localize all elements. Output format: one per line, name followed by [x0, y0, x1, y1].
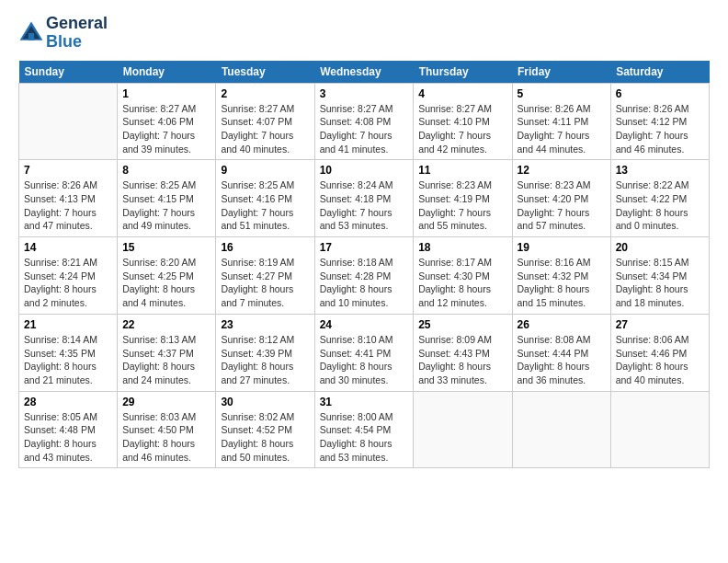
calendar-cell: 2Sunrise: 8:27 AMSunset: 4:07 PMDaylight… [216, 83, 314, 160]
day-number: 12 [518, 164, 606, 177]
weekday-header-thursday: Thursday [414, 61, 512, 84]
calendar-cell: 13Sunrise: 8:22 AMSunset: 4:22 PMDayligh… [610, 160, 709, 237]
day-number: 27 [616, 318, 704, 331]
calendar-cell [19, 83, 118, 160]
day-number: 29 [122, 396, 210, 408]
day-detail: Sunrise: 8:26 AMSunset: 4:13 PMDaylight:… [24, 178, 112, 233]
calendar-cell: 24Sunrise: 8:10 AMSunset: 4:41 PMDayligh… [314, 314, 414, 391]
header: General Blue [18, 15, 710, 52]
day-detail: Sunrise: 8:12 AMSunset: 4:39 PMDaylight:… [221, 333, 309, 387]
calendar-cell: 11Sunrise: 8:23 AMSunset: 4:19 PMDayligh… [414, 160, 512, 237]
calendar-cell: 26Sunrise: 8:08 AMSunset: 4:44 PMDayligh… [512, 314, 610, 391]
day-detail: Sunrise: 8:26 AMSunset: 4:12 PMDaylight:… [616, 102, 704, 156]
calendar-cell [512, 391, 610, 468]
calendar-cell: 29Sunrise: 8:03 AMSunset: 4:50 PMDayligh… [118, 391, 216, 468]
logo-general: General Blue [46, 15, 108, 52]
calendar-cell [610, 391, 709, 468]
calendar-cell: 16Sunrise: 8:19 AMSunset: 4:27 PMDayligh… [216, 237, 314, 315]
calendar-cell: 31Sunrise: 8:00 AMSunset: 4:54 PMDayligh… [314, 391, 414, 468]
calendar-cell: 22Sunrise: 8:13 AMSunset: 4:37 PMDayligh… [118, 314, 216, 391]
day-detail: Sunrise: 8:25 AMSunset: 4:15 PMDaylight:… [122, 178, 210, 233]
day-detail: Sunrise: 8:22 AMSunset: 4:22 PMDaylight:… [616, 178, 704, 233]
day-number: 7 [24, 164, 112, 177]
calendar-cell: 27Sunrise: 8:06 AMSunset: 4:46 PMDayligh… [610, 314, 709, 391]
calendar-cell: 18Sunrise: 8:17 AMSunset: 4:30 PMDayligh… [414, 237, 512, 315]
calendar-cell: 17Sunrise: 8:18 AMSunset: 4:28 PMDayligh… [314, 237, 414, 315]
day-number: 25 [418, 318, 506, 331]
day-detail: Sunrise: 8:15 AMSunset: 4:34 PMDaylight:… [616, 256, 704, 310]
calendar-cell: 21Sunrise: 8:14 AMSunset: 4:35 PMDayligh… [19, 314, 118, 391]
day-detail: Sunrise: 8:27 AMSunset: 4:08 PMDaylight:… [320, 102, 409, 156]
calendar-cell [414, 391, 512, 468]
day-number: 21 [24, 318, 112, 331]
day-detail: Sunrise: 8:27 AMSunset: 4:10 PMDaylight:… [418, 102, 506, 156]
day-number: 4 [418, 87, 506, 100]
day-number: 5 [518, 87, 606, 100]
weekday-header-wednesday: Wednesday [314, 61, 414, 84]
day-number: 2 [221, 87, 309, 100]
day-detail: Sunrise: 8:14 AMSunset: 4:35 PMDaylight:… [24, 333, 112, 387]
day-detail: Sunrise: 8:02 AMSunset: 4:52 PMDaylight:… [221, 410, 309, 465]
calendar-cell: 1Sunrise: 8:27 AMSunset: 4:06 PMDaylight… [118, 83, 216, 160]
calendar-cell: 3Sunrise: 8:27 AMSunset: 4:08 PMDaylight… [314, 83, 414, 160]
day-number: 17 [320, 241, 409, 254]
day-detail: Sunrise: 8:06 AMSunset: 4:46 PMDaylight:… [616, 333, 704, 387]
calendar-table: SundayMondayTuesdayWednesdayThursdayFrid… [18, 61, 710, 469]
calendar-cell: 28Sunrise: 8:05 AMSunset: 4:48 PMDayligh… [19, 391, 118, 468]
calendar-cell: 9Sunrise: 8:25 AMSunset: 4:16 PMDaylight… [216, 160, 314, 237]
svg-rect-2 [28, 33, 34, 40]
calendar-cell: 4Sunrise: 8:27 AMSunset: 4:10 PMDaylight… [414, 83, 512, 160]
day-detail: Sunrise: 8:09 AMSunset: 4:43 PMDaylight:… [418, 333, 506, 387]
day-number: 20 [616, 241, 704, 254]
calendar-cell: 19Sunrise: 8:16 AMSunset: 4:32 PMDayligh… [512, 237, 610, 315]
weekday-header-monday: Monday [118, 61, 216, 84]
day-detail: Sunrise: 8:10 AMSunset: 4:41 PMDaylight:… [320, 333, 409, 387]
day-number: 22 [122, 318, 210, 331]
calendar-cell: 6Sunrise: 8:26 AMSunset: 4:12 PMDaylight… [610, 83, 709, 160]
calendar-cell: 30Sunrise: 8:02 AMSunset: 4:52 PMDayligh… [216, 391, 314, 468]
day-detail: Sunrise: 8:17 AMSunset: 4:30 PMDaylight:… [418, 256, 506, 310]
calendar-week-4: 21Sunrise: 8:14 AMSunset: 4:35 PMDayligh… [19, 314, 710, 391]
day-number: 14 [24, 241, 112, 254]
day-number: 3 [320, 87, 409, 100]
day-number: 8 [122, 164, 210, 177]
day-detail: Sunrise: 8:26 AMSunset: 4:11 PMDaylight:… [518, 102, 606, 156]
calendar-cell: 7Sunrise: 8:26 AMSunset: 4:13 PMDaylight… [19, 160, 118, 237]
calendar-cell: 8Sunrise: 8:25 AMSunset: 4:15 PMDaylight… [118, 160, 216, 237]
day-number: 19 [518, 241, 606, 254]
calendar-cell: 25Sunrise: 8:09 AMSunset: 4:43 PMDayligh… [414, 314, 512, 391]
logo: General Blue [18, 15, 108, 52]
calendar-cell: 20Sunrise: 8:15 AMSunset: 4:34 PMDayligh… [610, 237, 709, 315]
day-number: 28 [24, 396, 112, 408]
day-number: 6 [616, 87, 704, 100]
day-detail: Sunrise: 8:25 AMSunset: 4:16 PMDaylight:… [221, 178, 309, 233]
day-number: 24 [320, 318, 409, 331]
calendar-cell: 10Sunrise: 8:24 AMSunset: 4:18 PMDayligh… [314, 160, 414, 237]
calendar-week-1: 1Sunrise: 8:27 AMSunset: 4:06 PMDaylight… [19, 83, 710, 160]
day-detail: Sunrise: 8:05 AMSunset: 4:48 PMDaylight:… [24, 410, 112, 465]
day-number: 9 [221, 164, 309, 177]
day-detail: Sunrise: 8:23 AMSunset: 4:19 PMDaylight:… [418, 178, 506, 233]
day-detail: Sunrise: 8:20 AMSunset: 4:25 PMDaylight:… [122, 256, 210, 310]
day-number: 11 [418, 164, 506, 177]
day-detail: Sunrise: 8:13 AMSunset: 4:37 PMDaylight:… [122, 333, 210, 387]
day-number: 15 [122, 241, 210, 254]
calendar-week-5: 28Sunrise: 8:05 AMSunset: 4:48 PMDayligh… [19, 391, 710, 468]
weekday-header-tuesday: Tuesday [216, 61, 314, 84]
day-detail: Sunrise: 8:23 AMSunset: 4:20 PMDaylight:… [518, 178, 606, 233]
day-detail: Sunrise: 8:19 AMSunset: 4:27 PMDaylight:… [221, 256, 309, 310]
weekday-header-sunday: Sunday [19, 61, 118, 84]
calendar-cell: 23Sunrise: 8:12 AMSunset: 4:39 PMDayligh… [216, 314, 314, 391]
day-detail: Sunrise: 8:08 AMSunset: 4:44 PMDaylight:… [518, 333, 606, 387]
calendar-cell: 15Sunrise: 8:20 AMSunset: 4:25 PMDayligh… [118, 237, 216, 315]
day-detail: Sunrise: 8:27 AMSunset: 4:07 PMDaylight:… [221, 102, 309, 156]
calendar-cell: 5Sunrise: 8:26 AMSunset: 4:11 PMDaylight… [512, 83, 610, 160]
page: General Blue SundayMondayTuesdayWednesda… [0, 0, 728, 563]
day-number: 30 [221, 396, 309, 408]
day-number: 10 [320, 164, 409, 177]
calendar-week-3: 14Sunrise: 8:21 AMSunset: 4:24 PMDayligh… [19, 237, 710, 315]
day-number: 1 [122, 87, 210, 100]
day-detail: Sunrise: 8:21 AMSunset: 4:24 PMDaylight:… [24, 256, 112, 310]
day-detail: Sunrise: 8:24 AMSunset: 4:18 PMDaylight:… [320, 178, 409, 233]
day-number: 31 [320, 396, 409, 408]
